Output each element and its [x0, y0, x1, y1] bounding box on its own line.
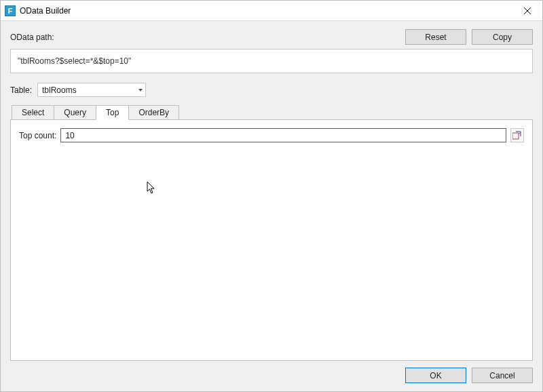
- tab-select[interactable]: Select: [12, 105, 54, 120]
- top-count-label: Top count:: [19, 131, 56, 140]
- tabs-strip: Select Query Top OrderBy: [10, 105, 533, 120]
- ok-button[interactable]: OK: [405, 368, 466, 383]
- app-icon: F: [5, 5, 16, 16]
- mouse-cursor: [147, 181, 157, 197]
- titlebar: F OData Builder: [1, 1, 542, 21]
- odata-expression-box[interactable]: "tblRooms?$select=*&$top=10": [10, 49, 533, 73]
- table-row: Table: tblRooms: [10, 83, 533, 97]
- odata-path-label: OData path:: [10, 33, 54, 42]
- table-selected-value: tblRooms: [42, 85, 77, 95]
- table-label: Table:: [10, 85, 32, 95]
- table-combobox[interactable]: tblRooms: [37, 83, 146, 97]
- close-button[interactable]: [512, 1, 542, 21]
- odata-expression-text: "tblRooms?$select=*&$top=10": [18, 56, 131, 66]
- tab-orderby[interactable]: OrderBy: [128, 105, 179, 120]
- top-count-row: Top count: 10: [19, 128, 524, 142]
- window-title: OData Builder: [20, 6, 71, 16]
- top-count-input[interactable]: 10: [60, 128, 506, 142]
- top-count-value: 10: [65, 131, 74, 140]
- expression-editor-button[interactable]: [510, 128, 524, 142]
- tab-query[interactable]: Query: [54, 105, 96, 120]
- reset-button[interactable]: Reset: [405, 29, 466, 45]
- close-icon: [524, 7, 531, 14]
- chevron-down-icon: [138, 89, 143, 92]
- client-area: OData path: Reset Copy "tblRooms?$select…: [1, 21, 542, 391]
- cancel-button[interactable]: Cancel: [472, 368, 533, 383]
- window-frame: F OData Builder OData path: Reset Copy "…: [0, 0, 543, 392]
- dialog-footer: OK Cancel: [10, 361, 533, 383]
- copy-button[interactable]: Copy: [472, 29, 533, 45]
- odata-path-row: OData path: Reset Copy: [10, 29, 533, 45]
- tab-top[interactable]: Top: [96, 105, 129, 120]
- tab-panel-top: Top count: 10: [10, 119, 533, 361]
- expression-icon: [512, 131, 522, 140]
- svg-rect-2: [512, 133, 519, 139]
